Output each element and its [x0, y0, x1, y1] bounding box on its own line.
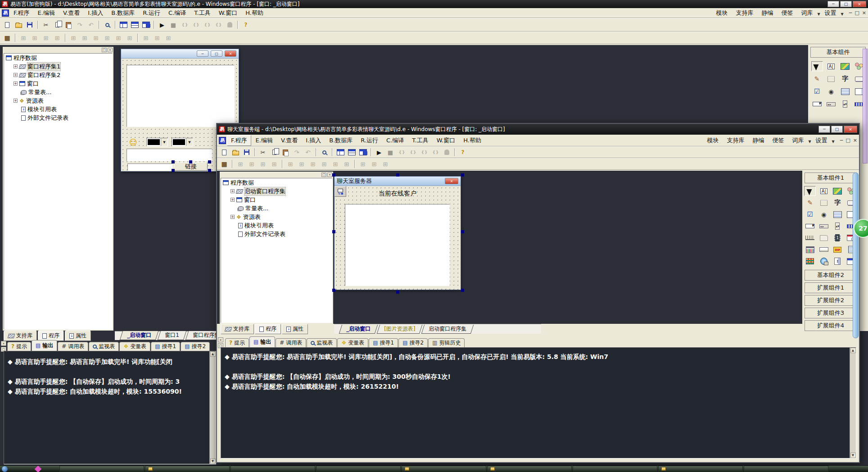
menu-insert[interactable]: I.插入	[302, 136, 325, 145]
maximize-button[interactable]	[840, 1, 852, 7]
editbox-tool-icon[interactable]	[811, 74, 823, 84]
menu-static-compile[interactable]: 静编	[758, 8, 777, 18]
components-header-button[interactable]: 基本组件2	[805, 270, 857, 281]
smiley-icon[interactable]	[129, 138, 137, 147]
checkbox-tool-icon[interactable]	[811, 86, 823, 96]
tab-search1[interactable]: 搜寻1	[369, 338, 398, 347]
tab-program[interactable]: 程序	[255, 324, 281, 334]
menu-support-lib[interactable]: 支持库	[732, 8, 757, 18]
menu-static-compile[interactable]: 静编	[749, 136, 768, 145]
paste-icon[interactable]	[63, 20, 74, 30]
tree-root[interactable]: 程序数据	[221, 178, 332, 187]
tab-output[interactable]: 输出	[32, 340, 57, 351]
components-header-button[interactable]: 基本组件1	[805, 172, 857, 183]
tree-item[interactable]: 资源表	[4, 96, 112, 105]
taskbar-button[interactable]	[59, 466, 144, 472]
selection-handle[interactable]	[332, 173, 335, 177]
menu-edit[interactable]: E.编辑	[34, 8, 59, 18]
doc-tab-start-window[interactable]: _启动窗口	[339, 325, 378, 334]
picture-tool-icon[interactable]	[832, 186, 843, 196]
menu-database[interactable]: B.数据库	[326, 136, 356, 145]
selection-handle[interactable]	[208, 160, 211, 163]
tab-output[interactable]: 输出	[249, 336, 275, 347]
mdi-close-icon[interactable]	[853, 137, 857, 143]
form-close-icon[interactable]	[445, 178, 458, 184]
tab-call-table[interactable]: 调用表	[276, 338, 306, 347]
find-icon[interactable]	[319, 148, 330, 157]
copy-icon[interactable]	[52, 20, 63, 30]
menu-notes[interactable]: 便签	[769, 136, 787, 145]
expand-icon[interactable]	[231, 198, 235, 202]
taskbar-button[interactable]	[487, 466, 572, 472]
front-titlebar[interactable]: 易 聊天室服务端 - d:\Desktop\网络相关\易语言简单多彩表情聊天室源…	[217, 124, 859, 135]
tab-properties[interactable]: 属性	[282, 324, 308, 334]
calendar-tool-icon[interactable]	[804, 245, 816, 254]
expand-icon[interactable]	[14, 82, 18, 86]
frame-tool-icon[interactable]	[818, 198, 830, 208]
chevron-down-icon[interactable]	[841, 9, 844, 17]
menu-view[interactable]: V.查看	[59, 8, 83, 18]
updown-tool-icon[interactable]: ▲▼	[839, 99, 851, 109]
radio-tool-icon[interactable]	[818, 209, 830, 219]
front-designer-form[interactable]: 聊天室服务器 当前在线客户 ↳▪	[334, 176, 461, 290]
network-tool-icon[interactable]	[818, 256, 830, 266]
tree-item[interactable]: 窗口	[4, 79, 112, 88]
label-tool-icon[interactable]	[818, 186, 830, 196]
panel-float-icon[interactable]: □	[102, 48, 107, 52]
front-designer-form-titlebar[interactable]: 聊天室服务器	[335, 177, 461, 186]
listview-tool-icon[interactable]	[839, 86, 851, 96]
form-close-icon[interactable]	[225, 50, 236, 57]
tree-item[interactable]: 窗口程序集1	[4, 62, 112, 71]
cursor-tool-icon[interactable]	[804, 186, 816, 196]
selection-handle[interactable]	[189, 160, 192, 163]
paste-icon[interactable]	[280, 148, 291, 157]
chevron-down-icon[interactable]: ▼	[161, 138, 167, 146]
text-tool-icon[interactable]	[839, 74, 851, 84]
mdi-minimize-icon[interactable]	[849, 10, 852, 16]
menu-module[interactable]: 模块	[703, 136, 722, 145]
tab-support-lib[interactable]: 支持库	[4, 331, 37, 341]
updown-tool-icon[interactable]: ▲▼	[832, 221, 843, 231]
redo-icon[interactable]	[291, 148, 302, 157]
components-header-button[interactable]: 扩展组件2	[805, 295, 857, 306]
message-input-box[interactable]	[127, 149, 212, 161]
menu-program[interactable]: F.程序	[10, 8, 33, 18]
form-minimize-icon[interactable]	[197, 50, 208, 57]
console-scrollbar[interactable]: ▲▼	[850, 348, 856, 458]
cut-icon[interactable]	[41, 20, 51, 30]
front-console[interactable]: ◆ 易语言助手提醒您: 易语言助手加载完毕! 词库功能[关闭]，自动备份源码已开…	[221, 347, 856, 458]
scroll-up-icon[interactable]: ▲	[850, 348, 856, 353]
taskbar-button[interactable]	[744, 466, 828, 472]
minimize-button[interactable]	[818, 126, 830, 133]
layout-bottom-icon[interactable]	[346, 148, 357, 157]
tree-item[interactable]: 常量表...	[4, 88, 112, 96]
help-search-icon[interactable]	[240, 20, 251, 30]
menu-help[interactable]: H.帮助	[460, 136, 485, 145]
menu-dict[interactable]: 词库	[797, 8, 816, 18]
menu-settings[interactable]: 设置	[812, 136, 831, 145]
menu-module[interactable]: 模块	[712, 8, 731, 18]
save-icon[interactable]	[24, 20, 35, 30]
menu-database[interactable]: B.数据库	[108, 8, 138, 18]
undo-icon[interactable]	[86, 20, 96, 30]
selection-handle[interactable]	[461, 173, 464, 177]
radio-tool-icon[interactable]	[825, 86, 837, 96]
redo-icon[interactable]	[74, 20, 85, 30]
cursor-tool-icon[interactable]	[811, 61, 823, 71]
layout-split-icon[interactable]	[140, 20, 151, 30]
tree-root[interactable]: 程序数据	[4, 54, 112, 62]
layout-left-icon[interactable]	[335, 148, 346, 157]
selection-handle[interactable]	[208, 169, 211, 172]
tab-hint[interactable]: 提示	[225, 338, 249, 347]
selection-handle[interactable]	[461, 289, 464, 292]
minimize-button[interactable]	[827, 1, 839, 7]
doc-tab-window1[interactable]: 窗口1	[158, 331, 186, 340]
taskbar[interactable]	[0, 466, 868, 472]
panel-scroll-strip[interactable]	[863, 49, 868, 163]
panel-close-icon[interactable]: ×	[108, 48, 113, 52]
taskbar-button[interactable]	[573, 466, 657, 472]
tree-item[interactable]: 模块引用表	[221, 221, 332, 230]
panel-close-icon[interactable]: ×	[218, 337, 223, 342]
dip-tool-icon[interactable]: DIP	[832, 245, 843, 254]
close-button[interactable]	[853, 1, 866, 7]
